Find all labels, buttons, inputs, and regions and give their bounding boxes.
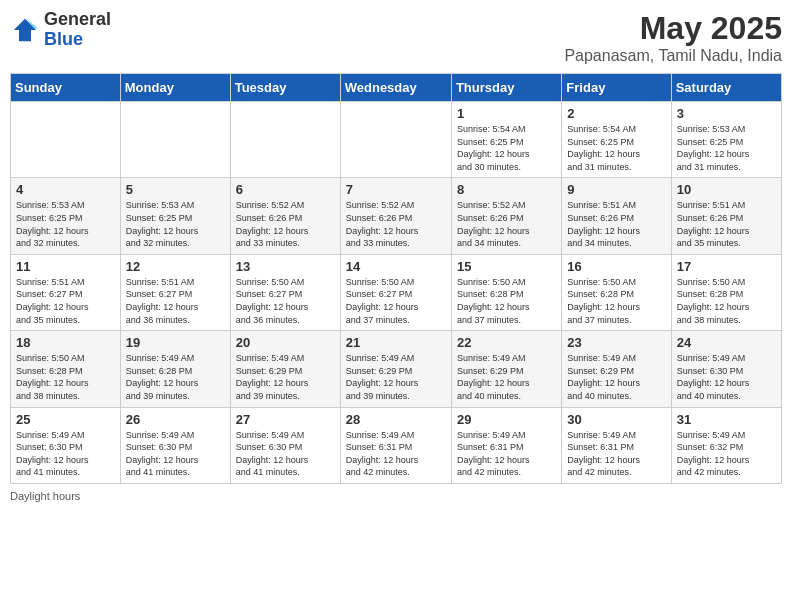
calendar-cell: 20Sunrise: 5:49 AM Sunset: 6:29 PM Dayli… (230, 331, 340, 407)
day-number: 7 (346, 182, 446, 197)
day-info: Sunrise: 5:49 AM Sunset: 6:29 PM Dayligh… (567, 352, 665, 402)
calendar-cell (340, 102, 451, 178)
day-number: 8 (457, 182, 556, 197)
calendar-cell: 8Sunrise: 5:52 AM Sunset: 6:26 PM Daylig… (451, 178, 561, 254)
day-info: Sunrise: 5:53 AM Sunset: 6:25 PM Dayligh… (677, 123, 776, 173)
calendar-cell: 3Sunrise: 5:53 AM Sunset: 6:25 PM Daylig… (671, 102, 781, 178)
day-info: Sunrise: 5:49 AM Sunset: 6:29 PM Dayligh… (236, 352, 335, 402)
calendar-cell: 2Sunrise: 5:54 AM Sunset: 6:25 PM Daylig… (562, 102, 671, 178)
day-number: 22 (457, 335, 556, 350)
day-info: Sunrise: 5:49 AM Sunset: 6:31 PM Dayligh… (346, 429, 446, 479)
calendar-week-2: 4Sunrise: 5:53 AM Sunset: 6:25 PM Daylig… (11, 178, 782, 254)
day-info: Sunrise: 5:49 AM Sunset: 6:31 PM Dayligh… (567, 429, 665, 479)
day-number: 30 (567, 412, 665, 427)
svg-marker-0 (14, 19, 37, 42)
day-info: Sunrise: 5:49 AM Sunset: 6:29 PM Dayligh… (346, 352, 446, 402)
day-info: Sunrise: 5:49 AM Sunset: 6:30 PM Dayligh… (677, 352, 776, 402)
calendar-cell: 10Sunrise: 5:51 AM Sunset: 6:26 PM Dayli… (671, 178, 781, 254)
day-info: Sunrise: 5:50 AM Sunset: 6:28 PM Dayligh… (16, 352, 115, 402)
calendar-cell: 14Sunrise: 5:50 AM Sunset: 6:27 PM Dayli… (340, 254, 451, 330)
day-number: 10 (677, 182, 776, 197)
calendar-cell: 12Sunrise: 5:51 AM Sunset: 6:27 PM Dayli… (120, 254, 230, 330)
calendar-cell: 11Sunrise: 5:51 AM Sunset: 6:27 PM Dayli… (11, 254, 121, 330)
day-info: Sunrise: 5:50 AM Sunset: 6:28 PM Dayligh… (677, 276, 776, 326)
calendar-cell: 6Sunrise: 5:52 AM Sunset: 6:26 PM Daylig… (230, 178, 340, 254)
calendar-cell: 9Sunrise: 5:51 AM Sunset: 6:26 PM Daylig… (562, 178, 671, 254)
day-number: 2 (567, 106, 665, 121)
day-number: 1 (457, 106, 556, 121)
sub-title: Papanasam, Tamil Nadu, India (564, 47, 782, 65)
calendar-cell: 17Sunrise: 5:50 AM Sunset: 6:28 PM Dayli… (671, 254, 781, 330)
footer-note-text: Daylight hours (10, 490, 80, 502)
header: General Blue May 2025 Papanasam, Tamil N… (10, 10, 782, 65)
title-area: May 2025 Papanasam, Tamil Nadu, India (564, 10, 782, 65)
calendar-cell (11, 102, 121, 178)
calendar-cell: 7Sunrise: 5:52 AM Sunset: 6:26 PM Daylig… (340, 178, 451, 254)
day-info: Sunrise: 5:50 AM Sunset: 6:27 PM Dayligh… (346, 276, 446, 326)
calendar-cell: 31Sunrise: 5:49 AM Sunset: 6:32 PM Dayli… (671, 407, 781, 483)
day-info: Sunrise: 5:51 AM Sunset: 6:27 PM Dayligh… (126, 276, 225, 326)
day-number: 14 (346, 259, 446, 274)
day-info: Sunrise: 5:50 AM Sunset: 6:28 PM Dayligh… (567, 276, 665, 326)
calendar-cell: 4Sunrise: 5:53 AM Sunset: 6:25 PM Daylig… (11, 178, 121, 254)
day-info: Sunrise: 5:51 AM Sunset: 6:26 PM Dayligh… (567, 199, 665, 249)
day-number: 5 (126, 182, 225, 197)
logo-blue-text: Blue (44, 30, 111, 50)
calendar-cell: 24Sunrise: 5:49 AM Sunset: 6:30 PM Dayli… (671, 331, 781, 407)
day-number: 24 (677, 335, 776, 350)
day-info: Sunrise: 5:54 AM Sunset: 6:25 PM Dayligh… (457, 123, 556, 173)
day-number: 31 (677, 412, 776, 427)
day-number: 18 (16, 335, 115, 350)
footer-note: Daylight hours (10, 490, 782, 502)
day-number: 20 (236, 335, 335, 350)
calendar-cell: 15Sunrise: 5:50 AM Sunset: 6:28 PM Dayli… (451, 254, 561, 330)
day-number: 29 (457, 412, 556, 427)
day-number: 27 (236, 412, 335, 427)
day-info: Sunrise: 5:49 AM Sunset: 6:28 PM Dayligh… (126, 352, 225, 402)
calendar-week-5: 25Sunrise: 5:49 AM Sunset: 6:30 PM Dayli… (11, 407, 782, 483)
day-number: 26 (126, 412, 225, 427)
day-info: Sunrise: 5:50 AM Sunset: 6:28 PM Dayligh… (457, 276, 556, 326)
day-number: 3 (677, 106, 776, 121)
day-info: Sunrise: 5:51 AM Sunset: 6:26 PM Dayligh… (677, 199, 776, 249)
calendar-cell: 21Sunrise: 5:49 AM Sunset: 6:29 PM Dayli… (340, 331, 451, 407)
calendar-cell: 26Sunrise: 5:49 AM Sunset: 6:30 PM Dayli… (120, 407, 230, 483)
calendar-cell: 22Sunrise: 5:49 AM Sunset: 6:29 PM Dayli… (451, 331, 561, 407)
calendar-cell: 28Sunrise: 5:49 AM Sunset: 6:31 PM Dayli… (340, 407, 451, 483)
logo: General Blue (10, 10, 111, 50)
day-number: 12 (126, 259, 225, 274)
calendar-cell: 13Sunrise: 5:50 AM Sunset: 6:27 PM Dayli… (230, 254, 340, 330)
day-number: 9 (567, 182, 665, 197)
calendar-cell: 5Sunrise: 5:53 AM Sunset: 6:25 PM Daylig… (120, 178, 230, 254)
calendar-header-tuesday: Tuesday (230, 74, 340, 102)
logo-icon (10, 15, 40, 45)
day-info: Sunrise: 5:52 AM Sunset: 6:26 PM Dayligh… (236, 199, 335, 249)
day-number: 25 (16, 412, 115, 427)
calendar-cell: 18Sunrise: 5:50 AM Sunset: 6:28 PM Dayli… (11, 331, 121, 407)
day-info: Sunrise: 5:52 AM Sunset: 6:26 PM Dayligh… (457, 199, 556, 249)
logo-general-text: General (44, 10, 111, 30)
calendar-week-3: 11Sunrise: 5:51 AM Sunset: 6:27 PM Dayli… (11, 254, 782, 330)
day-info: Sunrise: 5:49 AM Sunset: 6:30 PM Dayligh… (126, 429, 225, 479)
day-info: Sunrise: 5:49 AM Sunset: 6:31 PM Dayligh… (457, 429, 556, 479)
day-number: 11 (16, 259, 115, 274)
calendar-cell: 16Sunrise: 5:50 AM Sunset: 6:28 PM Dayli… (562, 254, 671, 330)
day-info: Sunrise: 5:49 AM Sunset: 6:30 PM Dayligh… (16, 429, 115, 479)
day-number: 15 (457, 259, 556, 274)
calendar-cell: 23Sunrise: 5:49 AM Sunset: 6:29 PM Dayli… (562, 331, 671, 407)
calendar-cell: 29Sunrise: 5:49 AM Sunset: 6:31 PM Dayli… (451, 407, 561, 483)
calendar-cell (120, 102, 230, 178)
calendar-cell: 27Sunrise: 5:49 AM Sunset: 6:30 PM Dayli… (230, 407, 340, 483)
day-info: Sunrise: 5:52 AM Sunset: 6:26 PM Dayligh… (346, 199, 446, 249)
day-info: Sunrise: 5:54 AM Sunset: 6:25 PM Dayligh… (567, 123, 665, 173)
main-title: May 2025 (564, 10, 782, 47)
day-info: Sunrise: 5:51 AM Sunset: 6:27 PM Dayligh… (16, 276, 115, 326)
calendar-week-4: 18Sunrise: 5:50 AM Sunset: 6:28 PM Dayli… (11, 331, 782, 407)
day-info: Sunrise: 5:49 AM Sunset: 6:29 PM Dayligh… (457, 352, 556, 402)
day-number: 28 (346, 412, 446, 427)
calendar-cell: 25Sunrise: 5:49 AM Sunset: 6:30 PM Dayli… (11, 407, 121, 483)
calendar-header-row: SundayMondayTuesdayWednesdayThursdayFrid… (11, 74, 782, 102)
day-info: Sunrise: 5:53 AM Sunset: 6:25 PM Dayligh… (126, 199, 225, 249)
day-info: Sunrise: 5:50 AM Sunset: 6:27 PM Dayligh… (236, 276, 335, 326)
calendar-week-1: 1Sunrise: 5:54 AM Sunset: 6:25 PM Daylig… (11, 102, 782, 178)
